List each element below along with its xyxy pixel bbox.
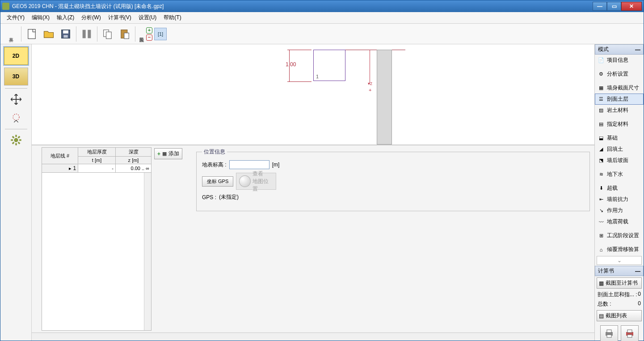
window-title: GEO5 2019 CHN - 混凝土砌块挡土墙设计 (试用版) [未命名.gp… [12, 3, 593, 10]
mode-item-3[interactable]: ☰剖面土层 [595, 94, 644, 105]
picture-icon: ▦ [599, 280, 604, 286]
add-row-button[interactable]: +▦ 添加 [154, 148, 182, 159]
add-stage-button[interactable]: + [146, 27, 152, 34]
mode-item-1[interactable]: ⚙分析设置 [595, 68, 644, 80]
copy-button[interactable] [100, 26, 115, 42]
mode-icon: ⬇ [598, 185, 604, 192]
col-depth: 深度 [116, 148, 152, 157]
mode-label: 超载 [607, 184, 618, 192]
view-3d-button[interactable]: 3D [4, 68, 28, 85]
h-scrollbar[interactable] [32, 332, 594, 341]
z-arrow-icon: ▾z [368, 81, 372, 86]
mode-item-15[interactable]: ⌂倾覆滑移验算 [595, 244, 644, 255]
svg-rect-22 [607, 335, 611, 337]
mode-icon: ▦ [598, 85, 604, 91]
mode-label: 岩土材料 [607, 107, 628, 114]
pan-tool-button[interactable] [7, 91, 25, 107]
print-color-button[interactable] [621, 325, 639, 341]
mode-icon: 〰 [598, 219, 604, 225]
mode-item-12[interactable]: ↘作用力 [595, 205, 644, 216]
svg-rect-2 [63, 30, 68, 33]
mode-icon: ⊞ [598, 233, 604, 239]
expand-icon[interactable]: ⌄ [597, 256, 642, 265]
close-button[interactable]: ✕ [621, 2, 642, 11]
elevation-label: 地表标高 : [202, 161, 227, 169]
menu-help[interactable]: 帮助(T) [160, 12, 185, 23]
modes-header[interactable]: 模式— [595, 44, 644, 55]
menu-file[interactable]: 文件(Y) [3, 12, 28, 23]
toggle-tree-button[interactable]: 共享 [3, 26, 18, 42]
open-file-button[interactable] [41, 26, 56, 42]
rotate-tool-button[interactable] [7, 110, 25, 126]
mode-label: 作用力 [607, 207, 623, 214]
minimize-button[interactable]: — [593, 2, 607, 11]
mode-item-2[interactable]: ▦墙身截面尺寸 [595, 82, 644, 94]
svg-rect-0 [28, 29, 35, 38]
mode-label: 项目信息 [607, 56, 628, 64]
drawing-canvas[interactable]: 1.00 1 ▾z + [32, 44, 594, 145]
picture-list-button[interactable]: ▤截图列表 [597, 310, 642, 321]
mode-icon: ≋ [598, 171, 604, 178]
settings-tool-button[interactable] [7, 132, 25, 148]
map-button: 查看地图位置 [236, 173, 276, 190]
wall-column [377, 50, 392, 145]
menu-input[interactable]: 输入(Z) [53, 12, 78, 23]
menu-settings[interactable]: 设置(U) [135, 12, 160, 23]
col-layer-num: 地层线 # [42, 148, 78, 164]
outputs-header[interactable]: 计算书— [595, 266, 644, 276]
minimize-panel-icon[interactable]: — [635, 268, 640, 274]
svg-rect-25 [627, 335, 632, 337]
mode-item-11[interactable]: ⇤墙前抗力 [595, 194, 644, 205]
profile-count-value: 0 [638, 291, 641, 298]
elevation-input[interactable] [229, 160, 269, 169]
table-row[interactable]: ▸ 1-0.00 .. ∞ [42, 164, 152, 173]
mode-label: 地下水 [607, 170, 623, 178]
col-thickness: 地层厚度 [78, 148, 116, 157]
mode-item-14[interactable]: ⊞工况阶段设置 [595, 230, 644, 241]
menu-edit[interactable]: 编辑(X) [28, 12, 53, 23]
remove-stage-button[interactable]: − [146, 34, 152, 41]
mode-item-7[interactable]: ◢回填土 [595, 144, 644, 155]
mode-icon: ↘ [598, 208, 604, 214]
mode-item-9[interactable]: ≋地下水 [595, 169, 644, 180]
mode-item-6[interactable]: ⬓基础 [595, 132, 644, 144]
col-depth-unit: z [m] [116, 157, 152, 164]
stage-1-button[interactable]: [1] [154, 28, 167, 40]
paste-button[interactable] [117, 26, 132, 42]
mode-item-8[interactable]: ⬔墙后坡面 [595, 155, 644, 166]
maximize-button[interactable]: ▭ [607, 2, 621, 11]
table-scrollbar[interactable] [144, 173, 151, 330]
gps-button[interactable]: 坐标 GPS [202, 176, 233, 187]
profile-table[interactable]: 地层线 #地层厚度深度 t [m]z [m] ▸ 1-0.00 .. ∞ [42, 147, 152, 173]
new-file-button[interactable] [24, 26, 39, 42]
mode-label: 墙身截面尺寸 [607, 84, 639, 92]
title-bar: GEO5 2019 CHN - 混凝土砌块挡土墙设计 (试用版) [未命名.gp… [0, 0, 644, 12]
mode-item-13[interactable]: 〰地震荷载 [595, 216, 644, 227]
mode-label: 分析设置 [607, 70, 628, 78]
total-count-label: 总数 : [598, 300, 611, 308]
print-button[interactable] [600, 325, 618, 341]
menu-analysis[interactable]: 分析(W) [78, 12, 104, 23]
profile-count-label: 剖面土层和指... : [598, 291, 637, 298]
app-icon [2, 3, 9, 10]
mode-item-4[interactable]: ▨岩土材料 [595, 105, 644, 116]
svg-rect-7 [106, 32, 112, 38]
table-body-area [42, 173, 152, 331]
mode-icon: ◢ [598, 146, 604, 153]
minimize-panel-icon[interactable]: — [635, 47, 640, 53]
view-2d-button[interactable]: 2D [4, 47, 28, 65]
z-plus-icon: + [369, 87, 371, 93]
col-thickness-unit: t [m] [78, 157, 116, 164]
menu-bar: 文件(Y) 编辑(X) 输入(Z) 分析(W) 计算书(V) 设置(U) 帮助(… [0, 12, 644, 24]
mode-icon: ⇤ [598, 196, 604, 203]
svg-point-10 [13, 114, 19, 120]
add-picture-button[interactable]: ▦截图至计算书 [597, 277, 642, 289]
mode-icon: ▤ [598, 121, 604, 128]
undo-button[interactable] [79, 26, 94, 42]
mode-item-10[interactable]: ⬇超载 [595, 183, 644, 194]
mode-item-5[interactable]: ▤指定材料 [595, 119, 644, 130]
svg-rect-9 [124, 33, 129, 38]
mode-item-0[interactable]: 📄项目信息 [595, 55, 644, 66]
menu-outputs[interactable]: 计算书(V) [105, 12, 135, 23]
save-file-button[interactable] [58, 26, 73, 42]
